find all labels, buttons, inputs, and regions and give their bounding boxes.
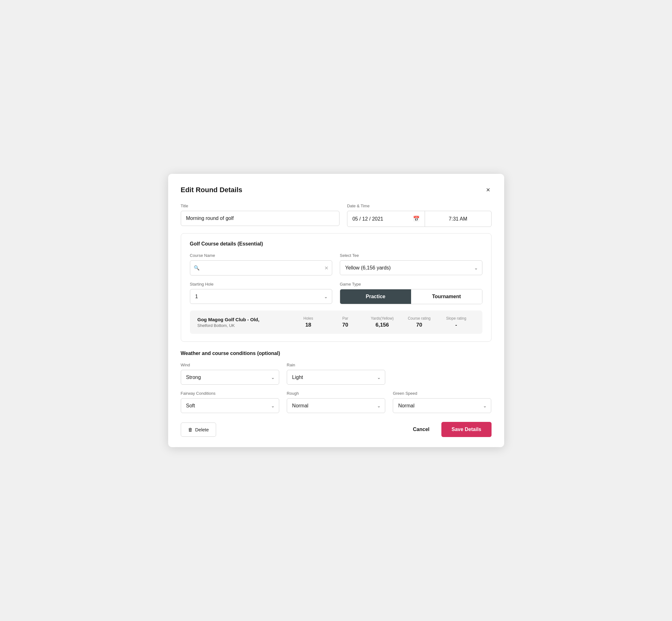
course-name-input[interactable]: Gog Magog Golf Club - Old xyxy=(190,260,333,276)
date-time-row: 05 / 12 / 2021 📅 7:31 AM xyxy=(347,211,492,227)
date-input[interactable]: 05 / 12 / 2021 📅 xyxy=(347,211,425,226)
rain-group: Rain None Light Moderate Heavy ⌄ xyxy=(287,363,385,385)
delete-button[interactable]: 🗑 Delete xyxy=(181,422,216,437)
starting-hole-label: Starting Hole xyxy=(190,282,333,287)
hole-gametype-row: Starting Hole 1 10 ⌄ Game Type Practice … xyxy=(190,282,482,304)
weather-section: Weather and course conditions (optional)… xyxy=(181,350,492,413)
footer-right: Cancel Save Details xyxy=(407,422,492,437)
search-icon: 🔍 xyxy=(194,265,200,271)
title-datetime-row: Title Morning round of golf Date & Time … xyxy=(181,204,492,227)
footer-row: 🗑 Delete Cancel Save Details xyxy=(181,422,492,437)
wind-select[interactable]: Calm Light Moderate Strong Very Strong xyxy=(181,370,279,385)
green-speed-group: Green Speed Slow Normal Fast ⌄ xyxy=(393,391,491,413)
datetime-label: Date & Time xyxy=(347,204,492,208)
starting-hole-wrap: 1 10 ⌄ xyxy=(190,289,333,304)
course-name-label: Course Name xyxy=(190,253,333,258)
rain-select[interactable]: None Light Moderate Heavy xyxy=(287,370,385,385)
close-button[interactable]: × xyxy=(485,185,492,195)
slope-rating-value: - xyxy=(437,322,474,328)
slope-rating-stat: Slope rating - xyxy=(437,316,474,328)
starting-hole-select[interactable]: 1 10 xyxy=(190,289,333,304)
rough-label: Rough xyxy=(287,391,385,396)
cancel-button[interactable]: Cancel xyxy=(407,423,435,436)
trash-icon: 🗑 xyxy=(188,427,193,432)
course-tee-row: Course Name 🔍 Gog Magog Golf Club - Old … xyxy=(190,253,482,276)
select-tee-group: Select Tee Yellow (6,156 yards) White (6… xyxy=(340,253,482,276)
fairway-group: Fairway Conditions Soft Normal Hard ⌄ xyxy=(181,391,279,413)
rough-group: Rough Short Normal Long ⌄ xyxy=(287,391,385,413)
delete-label: Delete xyxy=(195,427,209,432)
fairway-select[interactable]: Soft Normal Hard xyxy=(181,398,279,413)
time-input[interactable]: 7:31 AM xyxy=(425,211,491,226)
golf-course-section: Golf Course details (Essential) Course N… xyxy=(181,233,492,342)
rain-label: Rain xyxy=(287,363,385,367)
fairway-label: Fairway Conditions xyxy=(181,391,279,396)
course-info-name: Gog Magog Golf Club - Old, xyxy=(198,317,290,322)
calendar-icon: 📅 xyxy=(413,215,420,222)
holes-label: Holes xyxy=(290,316,327,321)
yards-label: Yards(Yellow) xyxy=(364,316,401,321)
title-label: Title xyxy=(181,204,339,208)
datetime-group: Date & Time 05 / 12 / 2021 📅 7:31 AM xyxy=(347,204,492,227)
weather-section-title: Weather and course conditions (optional) xyxy=(181,350,492,356)
save-button[interactable]: Save Details xyxy=(442,422,491,437)
course-info-box: Gog Magog Golf Club - Old, Shelford Bott… xyxy=(190,310,482,334)
green-speed-label: Green Speed xyxy=(393,391,491,396)
wind-group: Wind Calm Light Moderate Strong Very Str… xyxy=(181,363,279,385)
course-info-name-block: Gog Magog Golf Club - Old, Shelford Bott… xyxy=(198,317,290,328)
course-name-group: Course Name 🔍 Gog Magog Golf Club - Old … xyxy=(190,253,333,276)
course-info-location: Shelford Bottom, UK xyxy=(198,323,290,328)
title-group: Title Morning round of golf xyxy=(181,204,339,227)
holes-stat: Holes 18 xyxy=(290,316,327,328)
golf-course-title: Golf Course details (Essential) xyxy=(190,241,482,247)
green-speed-select[interactable]: Slow Normal Fast xyxy=(393,398,491,413)
title-input[interactable]: Morning round of golf xyxy=(181,211,339,226)
game-type-group: Game Type Practice Tournament xyxy=(340,282,482,304)
wind-select-wrap: Calm Light Moderate Strong Very Strong ⌄ xyxy=(181,370,279,385)
game-type-toggle: Practice Tournament xyxy=(340,289,482,304)
starting-hole-group: Starting Hole 1 10 ⌄ xyxy=(190,282,333,304)
course-rating-stat: Course rating 70 xyxy=(401,316,437,328)
rough-select[interactable]: Short Normal Long xyxy=(287,398,385,413)
practice-toggle-button[interactable]: Practice xyxy=(340,289,411,304)
wind-label: Wind xyxy=(181,363,279,367)
modal-header: Edit Round Details × xyxy=(181,185,492,195)
green-speed-select-wrap: Slow Normal Fast ⌄ xyxy=(393,398,491,413)
rough-select-wrap: Short Normal Long ⌄ xyxy=(287,398,385,413)
tee-select[interactable]: Yellow (6,156 yards) White (6,500 yards)… xyxy=(340,260,482,275)
yards-value: 6,156 xyxy=(364,322,401,328)
par-label: Par xyxy=(327,316,364,321)
course-rating-value: 70 xyxy=(401,322,437,328)
conditions-row: Fairway Conditions Soft Normal Hard ⌄ Ro… xyxy=(181,391,492,413)
course-rating-label: Course rating xyxy=(401,316,437,321)
date-value: 05 / 12 / 2021 xyxy=(352,216,383,222)
fairway-select-wrap: Soft Normal Hard ⌄ xyxy=(181,398,279,413)
tee-select-wrap: Yellow (6,156 yards) White (6,500 yards)… xyxy=(340,260,482,275)
par-stat: Par 70 xyxy=(327,316,364,328)
wind-rain-row: Wind Calm Light Moderate Strong Very Str… xyxy=(181,363,492,385)
holes-value: 18 xyxy=(290,322,327,328)
select-tee-label: Select Tee xyxy=(340,253,482,258)
tournament-toggle-button[interactable]: Tournament xyxy=(411,289,482,304)
game-type-label: Game Type xyxy=(340,282,482,287)
course-name-input-wrap: 🔍 Gog Magog Golf Club - Old ✕ xyxy=(190,260,333,276)
time-value: 7:31 AM xyxy=(449,216,467,222)
modal-title: Edit Round Details xyxy=(181,186,243,194)
yards-stat: Yards(Yellow) 6,156 xyxy=(364,316,401,328)
slope-rating-label: Slope rating xyxy=(437,316,474,321)
par-value: 70 xyxy=(327,322,364,328)
rain-select-wrap: None Light Moderate Heavy ⌄ xyxy=(287,370,385,385)
edit-round-modal: Edit Round Details × Title Morning round… xyxy=(168,174,504,447)
clear-icon[interactable]: ✕ xyxy=(324,265,328,271)
